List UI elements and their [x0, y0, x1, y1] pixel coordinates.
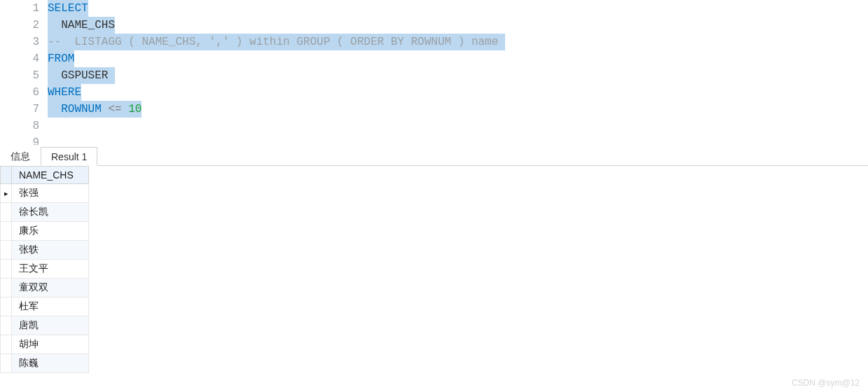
- cell-name-chs[interactable]: 张强: [12, 184, 89, 203]
- table-row[interactable]: 唐凯: [1, 316, 89, 335]
- code-line[interactable]: -- LISTAGG ( NAME_CHS, ',' ) within GROU…: [48, 34, 868, 50]
- line-number: 2: [0, 17, 39, 34]
- code-token: ROWNUM: [61, 101, 108, 118]
- row-marker: [1, 279, 12, 298]
- code-line[interactable]: FROM: [48, 50, 868, 67]
- row-marker: [1, 241, 12, 260]
- cell-name-chs[interactable]: 童双双: [12, 279, 89, 298]
- table-row[interactable]: 徐长凯: [1, 203, 89, 222]
- line-number: 5: [0, 67, 39, 84]
- code-line[interactable]: [48, 134, 868, 145]
- table-row[interactable]: ▸张强: [1, 184, 89, 203]
- table-row[interactable]: 康乐: [1, 222, 89, 241]
- sql-editor[interactable]: 123456789 SELECT NAME_CHS-- LISTAGG ( NA…: [0, 0, 868, 145]
- code-token: GSPUSER: [61, 67, 115, 84]
- row-marker: [1, 354, 12, 373]
- code-token: [48, 101, 61, 118]
- cell-name-chs[interactable]: 徐长凯: [12, 203, 89, 222]
- line-number: 3: [0, 34, 39, 50]
- row-marker-header: [1, 167, 12, 184]
- table-row[interactable]: 王文平: [1, 260, 89, 279]
- result-tabbar: 信息Result 1: [0, 145, 868, 166]
- cell-name-chs[interactable]: 王文平: [12, 260, 89, 279]
- cell-name-chs[interactable]: 张轶: [12, 241, 89, 260]
- tab-info[interactable]: 信息: [0, 146, 41, 166]
- code-line[interactable]: SELECT: [48, 0, 868, 17]
- code-line[interactable]: GSPUSER: [48, 67, 868, 84]
- line-number: 8: [0, 118, 39, 134]
- row-marker: [1, 316, 12, 335]
- code-token: FROM: [48, 50, 74, 67]
- code-token: NAME_CHS: [61, 17, 115, 34]
- table-row[interactable]: 杜军: [1, 298, 89, 316]
- code-token: [48, 17, 61, 34]
- code-line[interactable]: ROWNUM <= 10: [48, 101, 868, 118]
- line-number: 1: [0, 0, 39, 17]
- row-marker: [1, 335, 12, 354]
- row-marker: [1, 298, 12, 316]
- line-gutter: 123456789: [0, 0, 48, 145]
- code-token: WHERE: [48, 84, 81, 101]
- code-line[interactable]: WHERE: [48, 84, 868, 101]
- code-lines[interactable]: SELECT NAME_CHS-- LISTAGG ( NAME_CHS, ',…: [48, 0, 868, 145]
- cell-name-chs[interactable]: 唐凯: [12, 316, 89, 335]
- cell-name-chs[interactable]: 康乐: [12, 222, 89, 241]
- line-number: 9: [0, 134, 39, 145]
- code-token: [48, 67, 61, 84]
- code-line[interactable]: [48, 118, 868, 134]
- tab-result-1[interactable]: Result 1: [41, 147, 97, 166]
- table-row[interactable]: 张轶: [1, 241, 89, 260]
- line-number: 7: [0, 101, 39, 118]
- code-token: <=: [108, 101, 128, 118]
- cell-name-chs[interactable]: 陈巍: [12, 354, 89, 373]
- code-line[interactable]: NAME_CHS: [48, 17, 868, 34]
- column-header[interactable]: NAME_CHS: [12, 167, 89, 184]
- line-number: 6: [0, 84, 39, 101]
- cell-name-chs[interactable]: 杜军: [12, 298, 89, 316]
- watermark: CSDN @sym@12: [792, 378, 860, 388]
- code-token: 10: [128, 101, 142, 118]
- row-marker: [1, 260, 12, 279]
- result-table[interactable]: NAME_CHS▸张强徐长凯康乐张轶王文平童双双杜军唐凯胡坤陈巍: [0, 166, 89, 373]
- table-row[interactable]: 童双双: [1, 279, 89, 298]
- results-panel: NAME_CHS▸张强徐长凯康乐张轶王文平童双双杜军唐凯胡坤陈巍: [0, 166, 868, 373]
- row-marker: [1, 222, 12, 241]
- code-token: SELECT: [48, 0, 88, 17]
- row-marker: ▸: [1, 184, 12, 203]
- cell-name-chs[interactable]: 胡坤: [12, 335, 89, 354]
- code-token: -- LISTAGG ( NAME_CHS, ',' ) within GROU…: [48, 34, 505, 50]
- line-number: 4: [0, 50, 39, 67]
- row-marker: [1, 203, 12, 222]
- table-row[interactable]: 陈巍: [1, 354, 89, 373]
- table-row[interactable]: 胡坤: [1, 335, 89, 354]
